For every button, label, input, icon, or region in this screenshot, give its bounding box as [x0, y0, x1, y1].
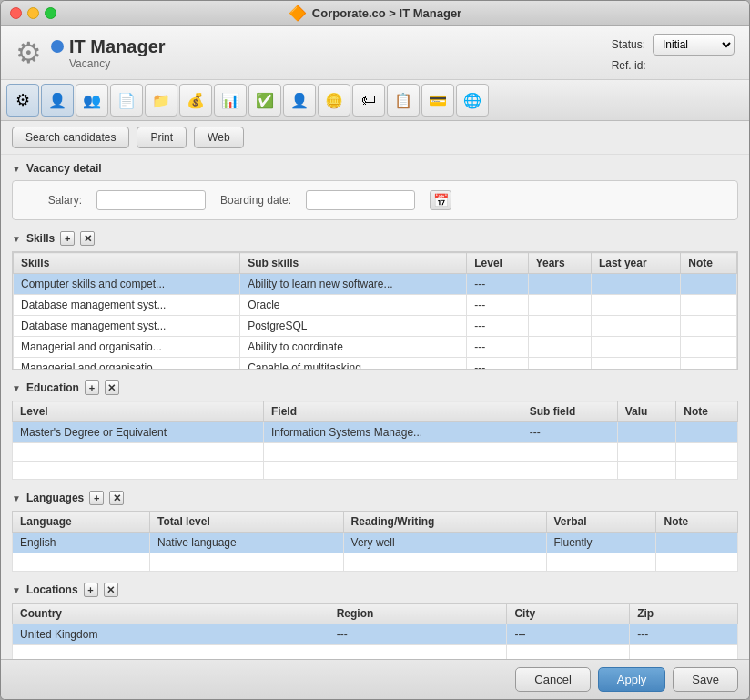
skills-col-lastyear: Last year — [591, 253, 680, 274]
lang-col-note: Note — [656, 512, 738, 533]
skills-col-skills: Skills — [14, 253, 240, 274]
table-row[interactable] — [13, 443, 738, 462]
table-row[interactable]: Managerial and organisatio... Ability to… — [14, 337, 737, 358]
languages-header: ▼ Languages + ✕ — [12, 491, 738, 505]
skills-col-level: Level — [467, 253, 528, 274]
skills-col-subskills: Sub skills — [240, 253, 467, 274]
cancel-button[interactable]: Cancel — [515, 667, 590, 692]
apply-button[interactable]: Apply — [598, 667, 666, 692]
tab-card[interactable]: 💳 — [421, 84, 454, 117]
table-row[interactable]: Master's Degree or Equivalent Informatio… — [13, 422, 738, 443]
locations-add-button[interactable]: + — [84, 583, 98, 597]
table-row[interactable]: Database management syst... Oracle --- — [14, 295, 737, 316]
languages-title: Languages — [26, 492, 84, 504]
web-button[interactable]: Web — [194, 127, 243, 148]
save-button[interactable]: Save — [673, 667, 738, 692]
vacancy-detail-triangle: ▼ — [12, 164, 21, 174]
vacancy-detail-header: ▼ Vacancy detail — [12, 162, 738, 175]
table-row[interactable]: Managerial and organisatio... Capable of… — [14, 358, 737, 370]
loc-col-city: City — [507, 604, 630, 624]
languages-remove-button[interactable]: ✕ — [109, 491, 124, 505]
tab-coins[interactable]: 🪙 — [318, 84, 350, 117]
edu-col-value: Valu — [617, 401, 676, 422]
education-table: Level Field Sub field Valu Note Master's… — [12, 401, 738, 480]
table-row[interactable] — [13, 462, 738, 480]
skills-header: ▼ Skills + ✕ — [12, 231, 738, 246]
locations-header: ▼ Locations + ✕ — [12, 583, 738, 597]
boarding-date-input[interactable] — [306, 190, 415, 210]
vacancy-subtitle: Vacancy — [69, 57, 166, 70]
skills-table: Skills Sub skills Level Years Last year … — [13, 252, 737, 370]
table-row[interactable]: United Kingdom --- --- --- — [13, 624, 738, 645]
title-icon: 🔶 — [289, 5, 307, 22]
tab-money[interactable]: 💰 — [179, 84, 212, 117]
salary-label: Salary: — [27, 194, 82, 207]
window-title: 🔶 Corporate.co > IT Manager — [289, 5, 461, 22]
education-title: Education — [26, 381, 79, 394]
main-content[interactable]: ▼ Vacancy detail Salary: Boarding date: … — [1, 155, 749, 659]
languages-table: Language Total level Reading/Writing Ver… — [12, 511, 738, 572]
gear-icon: ⚙ — [15, 36, 42, 70]
languages-add-button[interactable]: + — [89, 491, 104, 505]
lang-col-reading: Reading/Writing — [343, 512, 546, 533]
header-left: ⚙ IT Manager Vacancy — [15, 36, 166, 70]
loc-col-zip: Zip — [630, 604, 738, 624]
education-add-button[interactable]: + — [85, 380, 99, 395]
tab-people[interactable]: 👥 — [76, 84, 108, 117]
vacancy-title: IT Manager — [51, 36, 166, 57]
locations-table: Country Region City Zip United Kingdom -… — [12, 603, 738, 659]
skills-table-scroll[interactable]: Skills Sub skills Level Years Last year … — [12, 251, 738, 370]
salary-row: Salary: Boarding date: 📅 — [27, 190, 723, 210]
lang-col-language: Language — [13, 512, 150, 533]
titlebar: 🔶 Corporate.co > IT Manager — [1, 1, 749, 26]
table-row[interactable]: Computer skills and compet... Ability to… — [14, 274, 737, 295]
tab-badge[interactable]: 🏷 — [352, 84, 385, 117]
print-button[interactable]: Print — [137, 127, 187, 148]
edu-col-note: Note — [676, 401, 738, 422]
status-indicator — [51, 40, 64, 53]
skills-triangle: ▼ — [12, 234, 21, 244]
edu-col-field: Field — [263, 401, 522, 422]
search-candidates-button[interactable]: Search candidates — [12, 127, 129, 148]
skills-title: Skills — [26, 232, 55, 245]
education-section: ▼ Education + ✕ Level Field Sub field Va… — [12, 380, 738, 480]
close-button[interactable] — [10, 7, 22, 19]
skills-col-years: Years — [528, 253, 591, 274]
toolbar: ⚙ 👤 👥 📄 📁 💰 📊 ✅ 👤 🪙 🏷 📋 💳 🌐 — [1, 80, 749, 121]
vacancy-detail-body: Salary: Boarding date: 📅 — [12, 180, 738, 220]
tab-grid[interactable]: 📊 — [214, 84, 247, 117]
table-row[interactable] — [13, 645, 738, 660]
tab-doc[interactable]: 📄 — [110, 84, 143, 117]
tab-check[interactable]: ✅ — [248, 84, 281, 117]
maximize-button[interactable] — [45, 7, 56, 19]
table-row[interactable]: English Native language Very well Fluent… — [13, 533, 738, 553]
tab-settings[interactable]: ⚙ — [6, 84, 39, 117]
lang-col-total: Total level — [149, 512, 343, 533]
table-row[interactable]: Database management syst... PostgreSQL -… — [14, 316, 737, 337]
title-block: IT Manager Vacancy — [51, 36, 166, 70]
tab-require[interactable]: 👤 — [41, 84, 74, 117]
app-header: ⚙ IT Manager Vacancy Status: Initial Ref… — [1, 26, 749, 80]
tab-globe[interactable]: 🌐 — [456, 84, 489, 117]
action-bar: Search candidates Print Web — [1, 121, 749, 155]
salary-input[interactable] — [96, 190, 206, 210]
tab-list[interactable]: 📋 — [387, 84, 420, 117]
education-remove-button[interactable]: ✕ — [105, 380, 119, 395]
locations-remove-button[interactable]: ✕ — [104, 583, 118, 597]
languages-triangle: ▼ — [12, 493, 21, 503]
tab-folder[interactable]: 📁 — [145, 84, 177, 117]
minimize-button[interactable] — [27, 7, 39, 19]
lang-col-verbal: Verbal — [546, 512, 656, 533]
skills-section: ▼ Skills + ✕ Skills Sub skills Level Yea… — [12, 231, 738, 370]
edu-col-subfield: Sub field — [522, 401, 617, 422]
header-right: Status: Initial Ref. id: — [612, 34, 735, 72]
vacancy-detail-title: Vacancy detail — [26, 162, 102, 175]
table-row[interactable] — [13, 553, 738, 572]
calendar-button[interactable]: 📅 — [430, 190, 451, 210]
tab-user2[interactable]: 👤 — [283, 84, 316, 117]
skills-add-button[interactable]: + — [60, 231, 75, 246]
skills-remove-button[interactable]: ✕ — [80, 231, 95, 246]
status-select[interactable]: Initial — [653, 34, 735, 56]
locations-title: Locations — [26, 583, 78, 596]
boarding-date-label: Boarding date: — [220, 194, 291, 207]
